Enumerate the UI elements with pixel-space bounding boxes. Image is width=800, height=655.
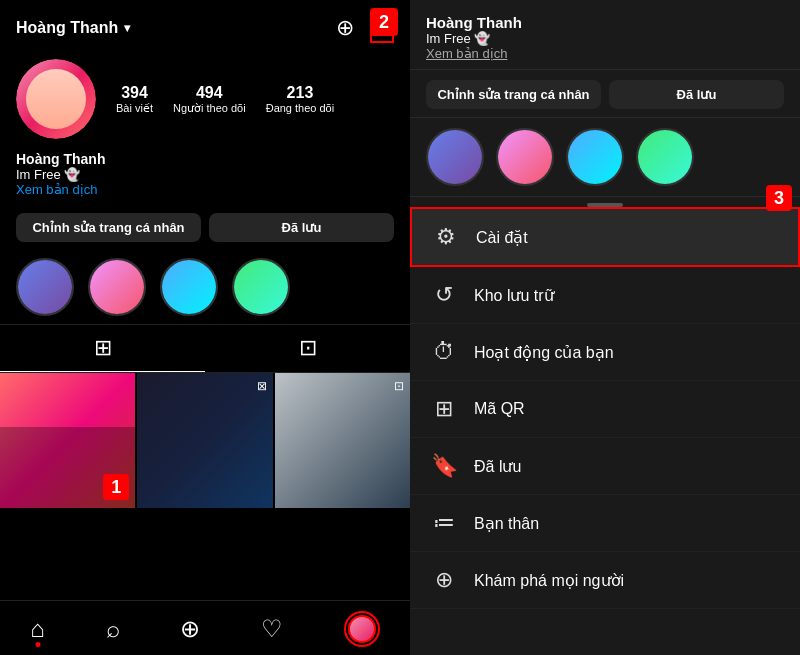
qr-label: Mã QR (474, 400, 525, 418)
multiple-photos-icon: ⊠ (257, 379, 267, 393)
avatar (16, 59, 96, 139)
bio-section: Hoàng Thanh Im Free 👻 Xem bản dịch (0, 151, 410, 205)
bio-line1: Im Free 👻 (16, 167, 394, 182)
tab-tagged[interactable]: ⊡ (205, 325, 410, 372)
grid-item-3[interactable]: ⊡ (275, 373, 410, 508)
posts-count: 394 (121, 84, 148, 102)
nav-avatar (348, 615, 376, 643)
archive-icon: ↺ (430, 282, 458, 308)
highlight-item-4[interactable] (232, 258, 290, 316)
profile-section: 394 Bài viết 494 Người theo dõi 213 Đang… (0, 51, 410, 151)
multiple-photos-icon-2: ⊡ (394, 379, 404, 393)
top-bar: Hoàng Thanh ▾ ⊕ ≡ (0, 0, 410, 51)
photo-grid: 1 ⊠ ⊡ (0, 373, 410, 600)
grid-item-2[interactable]: ⊠ (137, 373, 272, 508)
qr-icon: ⊞ (430, 396, 458, 422)
highlights-row (0, 254, 410, 324)
header-username: Hoàng Thanh (16, 19, 118, 37)
tab-bar: ⊞ ⊡ (0, 324, 410, 373)
close-friends-icon: ≔ (430, 510, 458, 536)
add-post-button[interactable]: ⊕ (336, 15, 354, 41)
stats-row: 394 Bài viết 494 Người theo dõi 213 Đang… (116, 84, 394, 115)
menu-list: ⚙ Cài đặt ↺ Kho lưu trữ ⏱ Hoạt động của … (410, 207, 800, 655)
archive-label: Kho lưu trữ (474, 286, 554, 305)
menu-item-activity[interactable]: ⏱ Hoạt động của bạn (410, 324, 800, 381)
nav-profile[interactable] (344, 611, 380, 647)
highlight-item-3[interactable] (160, 258, 218, 316)
right-bio: Im Free 👻 (426, 31, 784, 46)
right-username: Hoàng Thanh (426, 14, 784, 31)
menu-item-settings[interactable]: ⚙ Cài đặt (410, 207, 800, 267)
followers-count: 494 (196, 84, 223, 102)
highlight-item-2[interactable] (88, 258, 146, 316)
menu-item-discover[interactable]: ⊕ Khám phá mọi người (410, 552, 800, 609)
annotation-badge-1: 1 (103, 474, 129, 500)
saved-icon: 🔖 (430, 453, 458, 479)
stat-posts: 394 Bài viết (116, 84, 153, 115)
right-container: Hoàng Thanh Im Free 👻 Xem bản dịch Chỉnh… (410, 0, 800, 655)
nav-home[interactable]: ⌂ (30, 615, 45, 643)
saved-label: Đã lưu (474, 457, 521, 476)
home-icon: ⌂ (30, 615, 45, 643)
menu-item-saved[interactable]: 🔖 Đã lưu (410, 438, 800, 495)
avatar-image (16, 59, 96, 139)
right-translate[interactable]: Xem bản dịch (426, 46, 784, 61)
discover-label: Khám phá mọi người (474, 571, 624, 590)
activity-label: Hoạt động của bạn (474, 343, 614, 362)
stat-followers: 494 Người theo dõi (173, 84, 246, 115)
left-panel: Hoàng Thanh ▾ ⊕ ≡ 394 Bài viết 494 Người… (0, 0, 410, 655)
action-buttons: Chỉnh sửa trang cá nhân Đã lưu (0, 205, 410, 254)
grid-icon: ⊞ (94, 335, 112, 361)
chevron-down-icon[interactable]: ▾ (124, 21, 130, 35)
activity-icon: ⏱ (430, 339, 458, 365)
bio-name: Hoàng Thanh (16, 151, 394, 167)
right-highlight-2[interactable] (496, 128, 554, 186)
following-label: Đang theo dõi (266, 102, 335, 114)
menu-item-qr[interactable]: ⊞ Mã QR (410, 381, 800, 438)
right-action-buttons: Chỉnh sửa trang cá nhân Đã lưu (410, 70, 800, 118)
posts-label: Bài viết (116, 102, 153, 115)
search-icon: ⌕ (106, 615, 120, 643)
annotation-badge-3: 3 (766, 185, 792, 211)
discover-icon: ⊕ (430, 567, 458, 593)
username-header: Hoàng Thanh ▾ (16, 19, 130, 37)
stat-following: 213 Đang theo dõi (266, 84, 335, 115)
nav-add[interactable]: ⊕ (180, 615, 200, 643)
right-edit-button[interactable]: Chỉnh sửa trang cá nhân (426, 80, 601, 109)
right-highlights (410, 118, 800, 197)
heart-icon: ♡ (261, 615, 283, 643)
right-highlight-1[interactable] (426, 128, 484, 186)
highlight-item-1[interactable] (16, 258, 74, 316)
add-icon: ⊕ (180, 615, 200, 643)
right-panel: Hoàng Thanh Im Free 👻 Xem bản dịch Chỉnh… (410, 0, 800, 655)
right-header: Hoàng Thanh Im Free 👻 Xem bản dịch (410, 0, 800, 70)
following-count: 213 (287, 84, 314, 102)
tab-grid[interactable]: ⊞ (0, 325, 205, 372)
close-friends-label: Bạn thân (474, 514, 539, 533)
edit-profile-button[interactable]: Chỉnh sửa trang cá nhân (16, 213, 201, 242)
menu-item-close-friends[interactable]: ≔ Bạn thân (410, 495, 800, 552)
menu-item-archive[interactable]: ↺ Kho lưu trữ (410, 267, 800, 324)
nav-likes[interactable]: ♡ (261, 615, 283, 643)
settings-icon: ⚙ (432, 224, 460, 250)
settings-label: Cài đặt (476, 228, 528, 247)
bottom-nav: ⌂ ⌕ ⊕ ♡ (0, 600, 410, 655)
right-highlight-4[interactable] (636, 128, 694, 186)
saved-button[interactable]: Đã lưu (209, 213, 394, 242)
nav-search[interactable]: ⌕ (106, 615, 120, 643)
annotation-badge-2: 2 (370, 8, 398, 36)
right-highlight-3[interactable] (566, 128, 624, 186)
right-saved-button[interactable]: Đã lưu (609, 80, 784, 109)
person-tag-icon: ⊡ (299, 335, 317, 361)
grid-item-1[interactable]: 1 (0, 373, 135, 508)
bio-translate[interactable]: Xem bản dịch (16, 182, 394, 197)
followers-label: Người theo dõi (173, 102, 246, 115)
